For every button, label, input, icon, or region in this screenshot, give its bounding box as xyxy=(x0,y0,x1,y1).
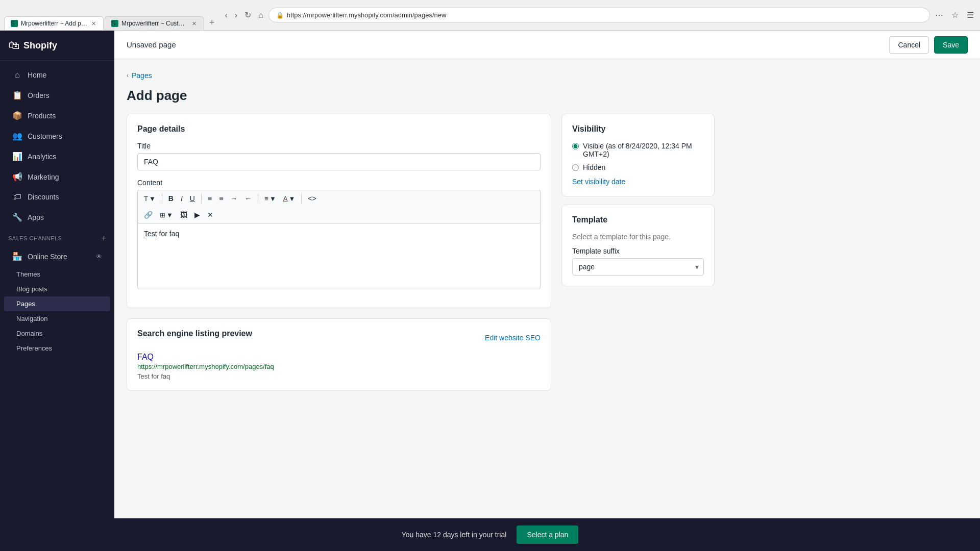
menu-button[interactable]: ☰ xyxy=(965,8,976,22)
toolbar-separator-1 xyxy=(162,193,162,204)
sidebar-sub-item-navigation[interactable]: Navigation xyxy=(0,311,114,326)
template-select[interactable]: page contact faq xyxy=(572,258,704,276)
ordered-list-button[interactable]: ≡ xyxy=(216,192,226,205)
customers-icon: 👥 xyxy=(12,131,22,141)
browser-tab-active[interactable]: S Mrpowerlifterr ~ Add page ~ ... ✕ xyxy=(4,16,104,30)
indent-left-button[interactable]: ← xyxy=(241,192,255,205)
sidebar-item-apps[interactable]: 🔧 Apps xyxy=(4,207,110,227)
link-button[interactable]: 🔗 xyxy=(141,209,156,221)
sidebar-item-label-analytics: Analytics xyxy=(28,153,56,161)
sidebar-sub-item-themes[interactable]: Themes xyxy=(0,267,114,282)
sidebar-sub-item-pages[interactable]: Pages xyxy=(4,296,110,311)
browser-tab-inactive[interactable]: S Mrpowerlifterr ~ Customize ~... ✕ xyxy=(105,16,204,30)
sidebar-item-orders[interactable]: 📋 Orders xyxy=(4,85,110,105)
extensions-button[interactable]: ⋯ xyxy=(933,8,945,22)
cancel-button[interactable]: Cancel xyxy=(889,36,929,54)
sidebar-item-online-store[interactable]: 🏪 Online Store 👁 xyxy=(4,246,110,266)
editor-text: Test for faq xyxy=(144,230,534,238)
visibility-visible-item: Visible (as of 8/24/2020, 12:34 PM GMT+2… xyxy=(572,142,704,158)
select-plan-button[interactable]: Select a plan xyxy=(517,525,578,544)
page-title: Add page xyxy=(127,88,715,104)
text-color-dropdown-button[interactable]: A ▼ xyxy=(280,192,299,205)
sidebar-item-label-orders: Orders xyxy=(28,91,50,99)
breadcrumb[interactable]: ‹ Pages xyxy=(127,71,715,80)
sidebar-logo: 🛍 Shopify xyxy=(0,31,114,61)
seo-preview-desc: Test for faq xyxy=(137,372,541,380)
lock-icon: 🔒 xyxy=(276,12,284,19)
reload-button[interactable]: ↻ xyxy=(242,8,253,22)
content-form-group: Content T ▼ B I U xyxy=(137,179,541,289)
sidebar-item-analytics[interactable]: 📊 Analytics xyxy=(4,146,110,166)
bookmark-button[interactable]: ☆ xyxy=(949,8,961,22)
visibility-hidden-label: Hidden xyxy=(583,163,605,171)
sidebar-item-label-online-store: Online Store xyxy=(28,253,67,261)
table-dropdown-arrow: ▼ xyxy=(166,211,173,219)
breadcrumb-link[interactable]: Pages xyxy=(132,71,152,80)
toolbar-separator-4 xyxy=(301,193,302,204)
visibility-hidden-radio[interactable] xyxy=(572,164,579,171)
address-bar[interactable]: 🔒 https://mrpowerlifterr.myshopify.com/a… xyxy=(268,8,930,22)
indent-right-button[interactable]: → xyxy=(227,192,240,205)
sidebar-nav: ⌂ Home 📋 Orders 📦 Products 👥 Customers 📊… xyxy=(0,61,114,530)
underline-button[interactable]: U xyxy=(187,192,198,205)
content-label: Content xyxy=(137,179,541,187)
new-tab-button[interactable]: + xyxy=(205,15,219,30)
sidebar-item-discounts[interactable]: 🏷 Discounts xyxy=(4,187,110,207)
sidebar-item-label-products: Products xyxy=(28,112,56,120)
set-visibility-date-link[interactable]: Set visibility date xyxy=(572,178,704,186)
sidebar-item-home[interactable]: ⌂ Home xyxy=(4,65,110,85)
browser-chrome: S Mrpowerlifterr ~ Add page ~ ... ✕ S Mr… xyxy=(0,0,980,31)
template-suffix-label: Template suffix xyxy=(572,247,704,255)
title-input[interactable] xyxy=(137,153,541,170)
top-bar-title: Unsaved page xyxy=(127,40,176,49)
toolbar-separator-3 xyxy=(258,193,258,204)
template-title: Template xyxy=(572,215,704,224)
sidebar-item-customers[interactable]: 👥 Customers xyxy=(4,126,110,146)
text-color-label: A xyxy=(283,195,288,203)
home-button[interactable]: ⌂ xyxy=(256,9,265,22)
sidebar-sub-item-domains[interactable]: Domains xyxy=(0,326,114,341)
forward-button[interactable]: › xyxy=(233,9,239,22)
format-dropdown-button[interactable]: T ▼ xyxy=(141,192,159,205)
top-bar: Unsaved page Cancel Save xyxy=(114,31,980,59)
sidebar-sub-item-blog-posts[interactable]: Blog posts xyxy=(0,282,114,296)
sidebar: 🛍 Shopify ⌂ Home 📋 Orders 📦 Products 👥 C… xyxy=(0,31,114,551)
sidebar-sub-item-label-navigation: Navigation xyxy=(16,315,47,322)
analytics-icon: 📊 xyxy=(12,152,22,161)
radio-group: Visible (as of 8/24/2020, 12:34 PM GMT+2… xyxy=(572,142,704,171)
orders-icon: 📋 xyxy=(12,90,22,100)
sidebar-item-label-marketing: Marketing xyxy=(28,173,59,181)
browser-tab-close-2[interactable]: ✕ xyxy=(191,20,198,27)
browser-tab-close-1[interactable]: ✕ xyxy=(90,20,97,27)
code-button[interactable]: <> xyxy=(305,192,319,205)
align-dropdown-button[interactable]: ≡ ▼ xyxy=(261,192,279,205)
back-button[interactable]: ‹ xyxy=(223,9,230,22)
shopify-logo-icon: 🛍 xyxy=(8,39,19,52)
products-icon: 📦 xyxy=(12,111,22,120)
seo-preview-title[interactable]: FAQ xyxy=(137,353,541,362)
trial-banner-text: You have 12 days left in your trial xyxy=(402,531,507,539)
video-button[interactable]: ▶ xyxy=(191,209,203,221)
bold-button[interactable]: B xyxy=(165,192,177,205)
save-button[interactable]: Save xyxy=(934,36,968,54)
image-button[interactable]: 🖼 xyxy=(177,209,190,221)
align-icon: ≡ xyxy=(264,195,268,203)
trial-banner: You have 12 days left in your trial Sele… xyxy=(0,518,980,551)
apps-icon: 🔧 xyxy=(12,212,22,222)
app-layout: 🛍 Shopify ⌂ Home 📋 Orders 📦 Products 👥 C… xyxy=(0,31,980,551)
visibility-visible-radio[interactable] xyxy=(572,143,579,149)
edit-seo-link[interactable]: Edit website SEO xyxy=(485,334,541,342)
sidebar-item-products[interactable]: 📦 Products xyxy=(4,106,110,126)
toolbar-separator-2 xyxy=(201,193,202,204)
editor-content-area[interactable]: Test for faq xyxy=(137,223,541,289)
sidebar-sub-item-preferences[interactable]: Preferences xyxy=(0,341,114,356)
sidebar-item-marketing[interactable]: 📢 Marketing xyxy=(4,167,110,187)
remove-format-button[interactable]: ✕ xyxy=(204,209,216,221)
top-bar-actions: Cancel Save xyxy=(889,36,968,54)
browser-navigation: ‹ › ↻ ⌂ 🔒 https://mrpowerlifterr.myshopi… xyxy=(223,8,976,22)
add-sales-channel-button[interactable]: + xyxy=(102,234,106,243)
eye-icon: 👁 xyxy=(96,253,102,260)
italic-button[interactable]: I xyxy=(178,192,186,205)
table-dropdown-button[interactable]: ⊞ ▼ xyxy=(157,209,176,221)
bullet-list-button[interactable]: ≡ xyxy=(205,192,215,205)
